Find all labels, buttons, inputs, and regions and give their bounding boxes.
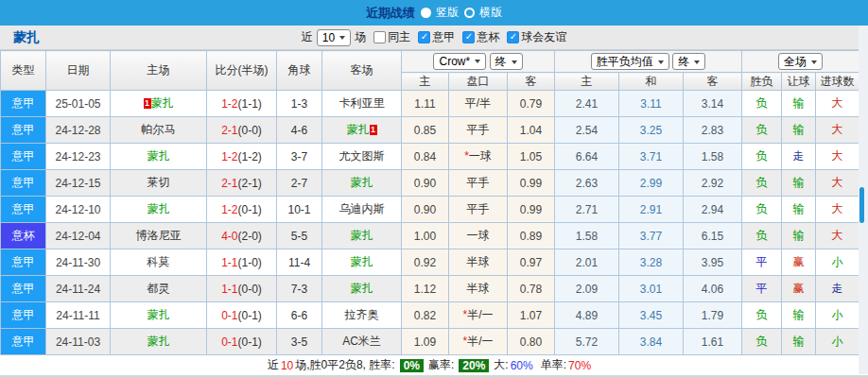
date-cell: 24-11-11	[46, 302, 111, 329]
team-name: 莱切	[148, 176, 170, 189]
checkbox-icon[interactable]	[373, 31, 386, 43]
avg-home-cell: 2.41	[555, 91, 619, 117]
league-cell: 意甲	[1, 197, 46, 223]
score-cell: 1-2(0-1)	[207, 197, 277, 223]
col-header-avg-away: 客	[684, 73, 742, 91]
match-row: 意甲24-11-30科莫1-1(1-0)11-4蒙扎0.92半球0.972.01…	[1, 249, 859, 276]
handicap-text: 一球	[469, 149, 492, 163]
match-count: 10	[281, 359, 293, 372]
away-team-cell: 尤文图斯	[322, 144, 402, 170]
handicap-result-cell: 赢	[782, 276, 816, 302]
avg-home-cell: 1.58	[555, 223, 619, 249]
radio-unselected-icon[interactable]	[464, 8, 475, 18]
checkbox-checked-icon[interactable]	[418, 31, 430, 43]
handicap-text: 平手	[467, 123, 490, 136]
avg-draw-cell: 3.25	[619, 117, 684, 144]
scrollbar-thumb[interactable]	[859, 187, 864, 223]
goals-cell: 大	[816, 170, 859, 197]
away-team-cell: 卡利亚里	[322, 91, 402, 117]
odds-home-cell: 0.90	[402, 197, 449, 223]
team-name: 乌迪内斯	[339, 202, 385, 215]
corner-cell: 2-7	[277, 170, 322, 197]
filter-bar: 蒙扎 近 10 场 同主 意甲 意杯 球会友谊	[0, 26, 868, 50]
avg-draw-cell: 3.11	[619, 91, 684, 117]
team-name: 蒙扎	[351, 282, 373, 295]
col-header-handicap: 盘口	[449, 73, 508, 91]
team-name: 蒙扎	[351, 255, 373, 268]
checkbox-same-home[interactable]: 同主	[373, 29, 410, 45]
avg-draw-cell: 2.91	[619, 197, 684, 223]
odds-away-cell: 1.05	[508, 144, 555, 170]
avg-home-cell: 2.63	[555, 170, 619, 197]
scope-select[interactable]: 全场	[778, 53, 823, 70]
team-name: 蒙扎	[351, 229, 373, 242]
date-cell: 24-11-30	[46, 249, 111, 276]
date-cell: 24-12-28	[46, 117, 111, 144]
score-cell: 4-0(2-0)	[207, 223, 277, 249]
bookmaker-final-select[interactable]: 终	[490, 53, 523, 70]
league-cell: 意杯	[1, 223, 46, 249]
radio-label[interactable]: 竖版	[436, 5, 459, 21]
home-team-cell: 博洛尼亚	[111, 223, 207, 249]
layout-radio-vertical[interactable]: 竖版	[421, 5, 459, 21]
col-header-avg-home: 主	[555, 73, 619, 91]
avg-home-cell: 4.89	[555, 302, 619, 329]
fulltime-score: 0-1	[221, 335, 237, 349]
handicap-cell: 平手	[449, 117, 508, 144]
goals-cell: 小	[816, 329, 859, 355]
radio-label[interactable]: 横版	[479, 5, 502, 21]
odds-away-cell: 0.89	[508, 223, 555, 249]
avg-away-cell: 3.14	[684, 91, 742, 117]
fulltime-score: 1-2	[221, 203, 237, 216]
corner-cell: 1-3	[277, 91, 322, 117]
league-cell: 意甲	[1, 276, 46, 302]
checkbox-label: 同主	[388, 29, 410, 45]
odds-home-cell: 1.12	[402, 276, 449, 302]
team-name: 都灵	[148, 282, 170, 295]
goals-cell: 大	[816, 144, 859, 170]
handicap-result-cell: 赢	[782, 249, 816, 276]
radio-selected-icon[interactable]	[421, 8, 431, 18]
home-team-cell: 帕尔马	[111, 117, 207, 144]
layout-radio-horizontal[interactable]: 横版	[464, 5, 502, 21]
avg-final-select[interactable]: 终	[672, 53, 705, 70]
avg-select[interactable]: 胜平负均值	[591, 53, 669, 70]
checkbox-serie-a[interactable]: 意甲	[418, 29, 455, 45]
odds-away-cell: 0.97	[508, 249, 555, 276]
handicap-result-cell: 输	[782, 170, 816, 197]
result-cell: 负	[742, 223, 782, 249]
avg-draw-cell: 3.28	[619, 249, 684, 276]
team-name: 帕尔马	[142, 123, 176, 136]
odds-home-cell: 1.09	[402, 329, 449, 355]
single-label: 单率:	[541, 357, 566, 373]
fulltime-score: 1-2	[221, 97, 237, 111]
result-cell: 负	[742, 197, 782, 223]
home-team-cell: 蒙扎	[111, 302, 207, 329]
single-rate: 70%	[568, 359, 591, 372]
score-cell: 1-1(0-0)	[207, 276, 277, 302]
score-cell: 1-2(1-2)	[207, 144, 277, 170]
avg-away-cell: 2.83	[684, 117, 742, 144]
checkbox-coppa-italia[interactable]: 意杯	[462, 29, 499, 45]
match-rows: 意甲25-01-051蒙扎1-2(1-1)1-3卡利亚里1.11平/半0.792…	[1, 91, 859, 355]
odds-away-cell: 0.99	[508, 197, 555, 223]
halftime-score: (2-1)	[238, 177, 262, 190]
match-count-select[interactable]: 10	[317, 29, 351, 46]
halftime-score: (1-1)	[238, 97, 262, 111]
fulltime-score: 2-1	[221, 177, 237, 190]
checkbox-checked-icon[interactable]	[507, 31, 519, 43]
checkbox-checked-icon[interactable]	[462, 31, 475, 43]
result-cell: 负	[742, 117, 782, 144]
red-card-badge: 1	[144, 98, 151, 109]
corner-cell: 3-7	[277, 144, 322, 170]
league-cell: 意甲	[1, 329, 46, 355]
team-name: 卡利亚里	[339, 96, 385, 110]
red-card-badge: 1	[370, 125, 377, 135]
handicap-text: 半球	[467, 255, 490, 268]
bookmaker-select[interactable]: Crow*	[433, 53, 486, 70]
checkbox-club-friendly[interactable]: 球会友谊	[507, 29, 566, 45]
fulltime-score: 1-1	[221, 283, 237, 296]
score-cell: 0-1(0-1)	[207, 329, 277, 355]
halftime-score: (0-1)	[238, 335, 262, 349]
handicap-cell: *半/一	[449, 302, 508, 329]
